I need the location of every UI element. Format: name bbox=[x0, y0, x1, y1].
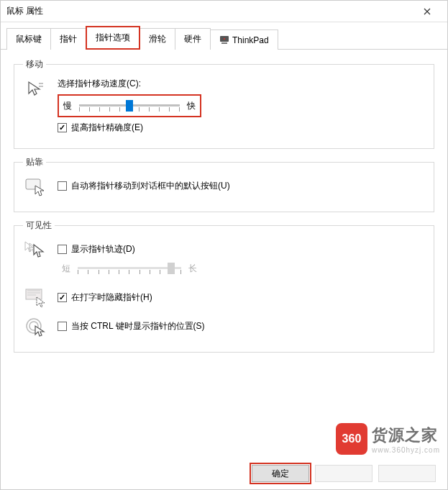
group-motion: 移动 选择指针移动速度(C): 慢 快 bbox=[14, 58, 434, 149]
pointer-speed-slider[interactable] bbox=[79, 99, 180, 113]
enhance-precision-label: 提高指针精确度(E) bbox=[71, 122, 143, 134]
snap-to-default-checkbox[interactable]: 自动将指针移动到对话框中的默认按钮(U) bbox=[58, 180, 425, 192]
ok-button[interactable]: 确定 bbox=[252, 465, 309, 482]
group-visibility-legend: 可见性 bbox=[23, 219, 55, 232]
trail-short-label: 短 bbox=[62, 263, 70, 275]
checkbox-icon bbox=[58, 123, 67, 132]
ctrl-locate-label: 当按 CTRL 键时显示指针的位置(S) bbox=[71, 320, 205, 332]
group-motion-legend: 移动 bbox=[23, 58, 46, 71]
thinkpad-icon bbox=[219, 35, 229, 45]
cancel-button[interactable] bbox=[315, 465, 372, 482]
ctrl-locate-icon bbox=[23, 316, 49, 337]
watermark-url: www.360hyzj.com bbox=[372, 446, 440, 454]
tab-thinkpad-label: ThinkPad bbox=[232, 35, 269, 45]
trail-length-slider bbox=[78, 261, 181, 276]
tab-mouse-buttons[interactable]: 鼠标键 bbox=[6, 28, 51, 50]
checkbox-icon bbox=[58, 293, 67, 302]
pointer-speed-icon bbox=[23, 78, 49, 99]
slider-slow-label: 慢 bbox=[63, 100, 72, 112]
pointer-speed-slider-wrap: 慢 快 bbox=[58, 94, 201, 117]
watermark-badge: 360 bbox=[336, 423, 367, 455]
titlebar: 鼠标 属性 bbox=[1, 1, 447, 22]
hide-typing-icon bbox=[23, 287, 49, 307]
show-trails-checkbox[interactable]: 显示指针轨迹(D) bbox=[58, 243, 425, 255]
group-snap-legend: 贴靠 bbox=[23, 156, 46, 168]
tab-pointer-options[interactable]: 指针选项 bbox=[86, 26, 140, 50]
tab-thinkpad[interactable]: ThinkPad bbox=[210, 30, 278, 50]
trail-length-slider-wrap: 短 长 bbox=[58, 258, 201, 278]
pointer-speed-label: 选择指针移动速度(C): bbox=[58, 78, 425, 90]
group-visibility: 可见性 显示指针轨迹(D) 短 bbox=[14, 219, 434, 353]
tab-bar: 鼠标键 指针 指针选项 滑轮 硬件 ThinkPad bbox=[1, 22, 447, 50]
watermark-text: 货源之家 bbox=[372, 425, 440, 446]
snap-icon bbox=[23, 176, 49, 197]
ctrl-locate-checkbox[interactable]: 当按 CTRL 键时显示指针的位置(S) bbox=[58, 320, 425, 332]
group-snap: 贴靠 自动将指针移动到对话框中的默认按钮(U) bbox=[14, 156, 434, 212]
dialog-buttons: 确定 bbox=[252, 465, 436, 482]
tab-content: 移动 选择指针移动速度(C): 慢 快 bbox=[1, 50, 447, 403]
enhance-precision-checkbox[interactable]: 提高指针精确度(E) bbox=[58, 122, 425, 134]
hide-while-typing-checkbox[interactable]: 在打字时隐藏指针(H) bbox=[58, 291, 425, 304]
trail-long-label: 长 bbox=[188, 263, 197, 275]
tab-hardware[interactable]: 硬件 bbox=[175, 28, 211, 50]
close-button[interactable] bbox=[413, 1, 442, 22]
show-trails-label: 显示指针轨迹(D) bbox=[71, 243, 135, 255]
snap-to-default-label: 自动将指针移动到对话框中的默认按钮(U) bbox=[71, 180, 230, 192]
apply-button[interactable] bbox=[378, 465, 436, 482]
slider-fast-label: 快 bbox=[187, 100, 196, 112]
close-icon bbox=[424, 8, 431, 15]
svg-rect-1 bbox=[221, 42, 227, 44]
watermark: 360 货源之家 www.360hyzj.com bbox=[336, 423, 440, 455]
hide-while-typing-label: 在打字时隐藏指针(H) bbox=[71, 291, 152, 304]
tab-pointers[interactable]: 指针 bbox=[50, 28, 86, 50]
tab-wheel[interactable]: 滑轮 bbox=[140, 28, 175, 50]
checkbox-icon bbox=[58, 245, 67, 254]
trails-icon bbox=[23, 239, 49, 260]
checkbox-icon bbox=[58, 181, 67, 191]
svg-point-2 bbox=[224, 38, 225, 40]
checkbox-icon bbox=[58, 322, 67, 331]
window-title: 鼠标 属性 bbox=[6, 5, 413, 17]
